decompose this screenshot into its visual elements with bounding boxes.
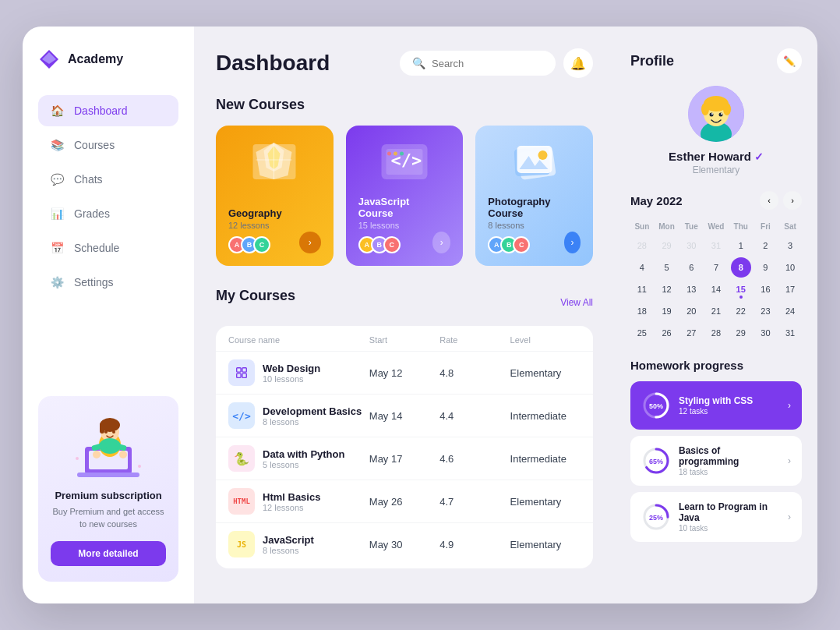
- svg-point-14: [104, 430, 108, 434]
- cal-day[interactable]: 3: [780, 235, 800, 256]
- cal-day[interactable]: 30: [681, 235, 701, 256]
- hw-arrow: ›: [788, 400, 791, 411]
- photo-course-name: Photography Course: [488, 196, 563, 219]
- sidebar-label-schedule: Schedule: [74, 242, 119, 254]
- search-input[interactable]: [432, 58, 543, 69]
- course-row-info: HTML Html Basics 12 lessons: [228, 488, 369, 515]
- course-card-photo[interactable]: Photography Course 8 lessons A B C ›: [475, 126, 593, 266]
- settings-icon: ⚙️: [49, 274, 65, 290]
- course-row-lessons: 12 lessons: [263, 503, 320, 512]
- cal-day[interactable]: 21: [706, 301, 726, 321]
- cal-day[interactable]: 29: [731, 323, 751, 343]
- course-row-lessons: 10 lessons: [263, 374, 320, 384]
- course-card-geo[interactable]: Geography 12 lessons A B C ›: [216, 126, 334, 266]
- cal-day-today[interactable]: 8: [731, 257, 751, 278]
- photo-illustration: [505, 136, 563, 187]
- svg-rect-8: [100, 423, 104, 434]
- cal-day[interactable]: 26: [657, 323, 677, 343]
- table-row[interactable]: HTML Html Basics 12 lessons May 26 4.7 E…: [216, 480, 593, 522]
- table-cell-start: May 17: [369, 453, 439, 465]
- sidebar-item-courses[interactable]: 📚 Courses: [38, 129, 178, 161]
- premium-illustration: [62, 412, 155, 482]
- cal-day[interactable]: 31: [706, 235, 726, 256]
- hw-tasks: 18 tasks: [679, 468, 780, 476]
- cal-day-label: Thu: [729, 219, 753, 234]
- sidebar-item-chats[interactable]: 💬 Chats: [38, 164, 178, 195]
- calendar-prev[interactable]: ‹: [760, 191, 778, 210]
- cal-day[interactable]: 16: [755, 279, 775, 299]
- cal-day[interactable]: 22: [731, 301, 751, 321]
- cal-day[interactable]: 12: [657, 279, 677, 299]
- home-icon: 🏠: [49, 103, 65, 119]
- cal-day[interactable]: 14: [706, 279, 726, 299]
- course-card-js[interactable]: </> JavaScript Course 15 lessons A B: [346, 126, 464, 266]
- photo-arrow[interactable]: ›: [564, 232, 581, 253]
- cal-day[interactable]: 31: [780, 323, 800, 343]
- cal-day-label: Tue: [679, 219, 703, 234]
- cal-day[interactable]: 6: [681, 257, 701, 278]
- cal-day[interactable]: 9: [755, 257, 775, 278]
- sidebar-item-dashboard[interactable]: 🏠 Dashboard: [38, 95, 178, 126]
- cal-day[interactable]: 23: [755, 301, 775, 321]
- photo-avatars: A B C: [488, 236, 563, 253]
- geo-arrow[interactable]: ›: [299, 232, 321, 253]
- schedule-icon: 📅: [49, 240, 65, 256]
- col-start: Start: [369, 335, 439, 345]
- cal-day[interactable]: 10: [780, 257, 800, 278]
- sidebar-item-grades[interactable]: 📊 Grades: [38, 198, 178, 229]
- cal-day[interactable]: 28: [706, 323, 726, 343]
- js-avatars: A B C: [358, 236, 432, 253]
- table-cell-start: May 14: [369, 410, 439, 422]
- sidebar-item-settings[interactable]: ⚙️ Settings: [38, 267, 178, 298]
- table-row[interactable]: </> Development Basics 8 lessons May 14 …: [216, 394, 593, 437]
- cal-day[interactable]: 13: [681, 279, 701, 299]
- course-row-lessons: 5 lessons: [263, 460, 344, 469]
- cal-day[interactable]: 7: [706, 257, 726, 278]
- svg-point-15: [112, 430, 115, 434]
- hw-info: Styling with CSS 12 tasks: [679, 395, 780, 416]
- premium-card: Premium subscription Buy Premium and get…: [38, 396, 178, 582]
- hw-item-programming[interactable]: 65% Basics of programming 18 tasks ›: [630, 436, 802, 486]
- svg-point-33: [538, 150, 547, 160]
- sidebar-label-chats: Chats: [74, 173, 103, 186]
- cal-day[interactable]: 11: [632, 279, 652, 299]
- notification-bell[interactable]: 🔔: [563, 48, 593, 78]
- cal-day[interactable]: 29: [657, 235, 677, 256]
- cal-day[interactable]: 4: [632, 257, 652, 278]
- sidebar-nav: 🏠 Dashboard 📚 Courses 💬 Chats 📊 Grades 📅…: [38, 95, 178, 301]
- cal-day[interactable]: 1: [731, 235, 751, 256]
- table-row[interactable]: JS JavaScript 8 lessons May 30 4.9 Eleme…: [216, 522, 593, 565]
- cal-day[interactable]: 28: [632, 235, 652, 256]
- cal-day-event[interactable]: 15: [731, 279, 751, 299]
- hw-item-css[interactable]: 50% Styling with CSS 12 tasks ›: [630, 381, 802, 430]
- my-courses-title: My Courses: [216, 288, 295, 304]
- table-cell-start: May 12: [369, 367, 439, 379]
- edit-button[interactable]: ✏️: [777, 48, 802, 73]
- table-row[interactable]: 🐍 Data with Python 5 lessons May 17 4.6 …: [216, 437, 593, 480]
- js-course-name: JavaScript Course: [358, 196, 432, 219]
- cal-day[interactable]: 25: [632, 323, 652, 343]
- premium-button[interactable]: More detailed: [51, 541, 166, 566]
- cal-day[interactable]: 5: [657, 257, 677, 278]
- cal-day[interactable]: 30: [755, 323, 775, 343]
- table-cell-start: May 30: [369, 539, 439, 550]
- cal-day[interactable]: 2: [755, 235, 775, 256]
- avatar: C: [513, 236, 530, 253]
- new-courses-title: New Courses: [216, 97, 593, 113]
- cal-day[interactable]: 17: [780, 279, 800, 299]
- hw-item-java[interactable]: 25% Learn to Program in Java 10 tasks ›: [630, 492, 802, 542]
- courses-table: Course name Start Rate Level Web Design …: [216, 326, 593, 568]
- table-cell-level: Elementary: [510, 367, 581, 379]
- cal-day[interactable]: 27: [681, 323, 701, 343]
- main-header: Dashboard 🔍 🔔: [216, 48, 593, 78]
- sidebar-item-schedule[interactable]: 📅 Schedule: [38, 232, 178, 264]
- table-row[interactable]: Web Design 10 lessons May 12 4.8 Element…: [216, 351, 593, 394]
- cal-day[interactable]: 24: [780, 301, 800, 321]
- calendar-next[interactable]: ›: [783, 191, 802, 210]
- view-all-link[interactable]: View All: [560, 297, 593, 308]
- cal-day[interactable]: 20: [681, 301, 701, 321]
- cal-day[interactable]: 19: [657, 301, 677, 321]
- cal-day[interactable]: 18: [632, 301, 652, 321]
- search-bar[interactable]: 🔍: [400, 51, 556, 76]
- js-arrow[interactable]: ›: [432, 232, 450, 253]
